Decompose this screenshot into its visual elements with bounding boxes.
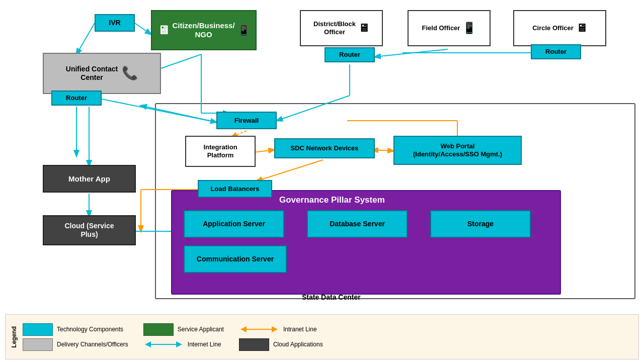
legend-intranet: Intranet Line (239, 324, 323, 334)
app-server-box: Application Server (184, 210, 284, 238)
legend-cloud-apps: Cloud Applications (239, 338, 323, 351)
legend-service-applicant: Service Applicant (143, 323, 224, 336)
legend-title: Legend (11, 326, 18, 348)
monitor-circle-icon: 🖥 (576, 22, 587, 35)
monitor-icon: 🖥 (157, 23, 170, 38)
svg-line-8 (375, 49, 448, 57)
legend: Legend Technology Components Service App… (5, 314, 639, 359)
legend-internet: Internet Line (143, 339, 224, 349)
diagram-container: State Data Center Governance Pillar Syst… (0, 0, 644, 362)
unified-cc-box: Unified Contact Center 📞 (43, 53, 161, 94)
ivr-box: IVR (95, 14, 135, 32)
web-portal-box: Web Portal (Identity/Access/SSO Mgmt.) (393, 136, 522, 165)
sdc-network-box: SDC Network Devices (274, 138, 375, 158)
legend-internet-label: Internet Line (188, 341, 221, 348)
load-balancers-box: Load Balancers (198, 180, 272, 198)
legend-intranet-label: Intranet Line (283, 326, 317, 333)
district-officer-box: District/Block Officer 🖥 (300, 10, 383, 46)
db-server-box: Database Server (307, 210, 408, 238)
phone-cc-icon: 📞 (122, 65, 138, 81)
legend-grid: Technology Components Service Applicant (23, 323, 323, 351)
legend-tech-components: Technology Components (23, 323, 128, 336)
phone-field-icon: 📱 (462, 22, 476, 35)
legend-cloud-label: Cloud Applications (273, 341, 323, 348)
legend-tech-label: Technology Components (57, 326, 123, 333)
storage-box: Storage (430, 210, 531, 238)
svg-line-5 (76, 23, 95, 54)
legend-gray-box (23, 338, 53, 351)
citizen-box: 🖥 Citizen/Business/ NGO 📱 (151, 10, 257, 50)
state-dc-label: State Data Center (302, 293, 361, 301)
cloud-box: Cloud (Service Plus) (43, 215, 136, 245)
legend-internet-arrow (143, 339, 184, 349)
router-circle-box: Router (531, 44, 581, 59)
governance-section (171, 190, 561, 295)
governance-label: Governance Pillar System (279, 195, 385, 205)
mother-app-box: Mother App (43, 165, 136, 193)
comm-server-box: Communication Server (184, 245, 287, 273)
router-district-box: Router (325, 47, 375, 62)
circle-officer-box: Circle Officer 🖥 (513, 10, 606, 46)
phone-icon: 📱 (237, 24, 250, 36)
router-unified-box: Router (51, 90, 102, 106)
integration-platform-box: Integration Platform (185, 136, 256, 167)
firewall-box: Firewall (216, 112, 277, 129)
legend-delivery-label: Delivery Channels/Officers (57, 341, 128, 348)
legend-green-box (143, 323, 174, 336)
legend-cyan-box (23, 323, 53, 336)
legend-delivery-channels: Delivery Channels/Officers (23, 338, 128, 351)
legend-intranet-arrow (239, 324, 279, 334)
monitor-district-icon: 🖥 (358, 22, 369, 35)
legend-service-label: Service Applicant (178, 326, 224, 333)
legend-dark-box (239, 338, 269, 351)
svg-line-0 (135, 23, 151, 34)
field-officer-box: Field Officer 📱 (408, 10, 491, 46)
